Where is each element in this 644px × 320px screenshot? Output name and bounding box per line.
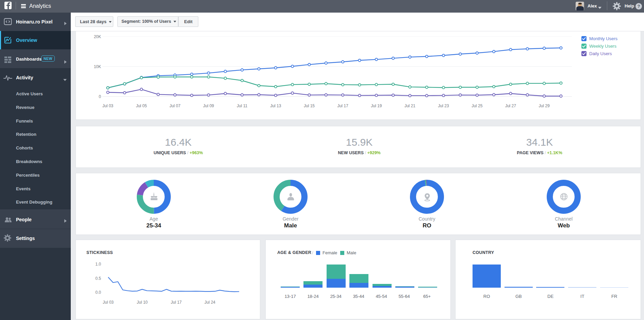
svg-text:Jul 03: Jul 03 [103,300,114,305]
svg-text:Jul 24: Jul 24 [204,300,215,305]
svg-text:0.5: 0.5 [95,276,101,281]
svg-text:FR: FR [611,294,617,299]
svg-text:IT: IT [580,294,584,299]
svg-text:0.0: 0.0 [95,290,101,295]
svg-text:RO: RO [483,294,490,299]
svg-text:DE: DE [547,294,554,299]
svg-text:65+: 65+ [423,294,431,299]
svg-text:Jul 17: Jul 17 [171,300,182,305]
svg-text:Daily Users: Daily Users [589,51,612,56]
svg-text:13-17: 13-17 [284,294,296,299]
svg-text:Weekly Users: Weekly Users [589,44,616,49]
svg-text:35-44: 35-44 [353,294,364,299]
svg-text:Monthly Users: Monthly Users [589,36,618,41]
svg-text:GB: GB [515,294,522,299]
svg-text:1.0: 1.0 [95,262,101,267]
svg-text:25-34: 25-34 [330,294,341,299]
svg-text:18-24: 18-24 [307,294,318,299]
svg-text:Jul 10: Jul 10 [137,300,148,305]
svg-text:45-54: 45-54 [376,294,387,299]
svg-text:55-64: 55-64 [398,294,410,299]
